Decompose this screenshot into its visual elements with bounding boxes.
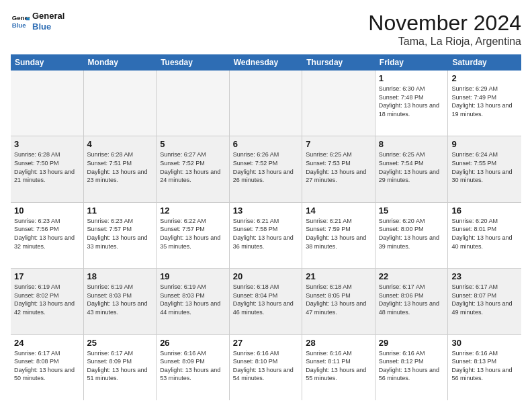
calendar-cell: 13Sunrise: 6:21 AMSunset: 7:58 PMDayligh… <box>230 203 303 268</box>
day-number: 27 <box>233 338 299 348</box>
weekday-header: Wednesday <box>230 54 303 71</box>
calendar-cell: 28Sunrise: 6:16 AMSunset: 8:11 PMDayligh… <box>302 335 375 400</box>
day-number: 29 <box>379 338 445 348</box>
month-title: November 2024 <box>368 11 521 36</box>
calendar-cell: 21Sunrise: 6:18 AMSunset: 8:05 PMDayligh… <box>302 269 375 334</box>
title-block: November 2024 Tama, La Rioja, Argentina <box>368 11 521 48</box>
day-info: Sunrise: 6:28 AMSunset: 7:50 PMDaylight:… <box>14 150 80 184</box>
day-info: Sunrise: 6:28 AMSunset: 7:51 PMDaylight:… <box>87 150 153 184</box>
calendar-row: 10Sunrise: 6:23 AMSunset: 7:56 PMDayligh… <box>11 203 521 269</box>
calendar-cell: 22Sunrise: 6:17 AMSunset: 8:06 PMDayligh… <box>375 269 449 334</box>
day-info: Sunrise: 6:21 AMSunset: 7:59 PMDaylight:… <box>306 217 371 250</box>
day-info: Sunrise: 6:19 AMSunset: 8:03 PMDaylight:… <box>87 283 153 316</box>
calendar-cell: 5Sunrise: 6:27 AMSunset: 7:52 PMDaylight… <box>157 136 230 201</box>
calendar-cell: 9Sunrise: 6:24 AMSunset: 7:55 PMDaylight… <box>448 136 521 201</box>
calendar-cell: 16Sunrise: 6:20 AMSunset: 8:01 PMDayligh… <box>448 203 521 268</box>
day-info: Sunrise: 6:24 AMSunset: 7:55 PMDaylight:… <box>451 150 518 184</box>
day-number: 17 <box>14 271 80 281</box>
day-info: Sunrise: 6:18 AMSunset: 8:05 PMDaylight:… <box>306 283 371 316</box>
day-info: Sunrise: 6:19 AMSunset: 8:03 PMDaylight:… <box>160 283 226 316</box>
calendar-cell: 18Sunrise: 6:19 AMSunset: 8:03 PMDayligh… <box>84 269 157 334</box>
calendar-cell: 4Sunrise: 6:28 AMSunset: 7:51 PMDaylight… <box>84 136 157 201</box>
calendar-cell: 24Sunrise: 6:17 AMSunset: 8:08 PMDayligh… <box>11 335 84 400</box>
day-number: 13 <box>233 205 299 216</box>
calendar: SundayMondayTuesdayWednesdayThursdayFrid… <box>11 54 521 400</box>
day-info: Sunrise: 6:18 AMSunset: 8:04 PMDaylight:… <box>233 283 299 316</box>
calendar-body: 1Sunrise: 6:30 AMSunset: 7:48 PMDaylight… <box>11 71 521 400</box>
day-number: 1 <box>379 73 445 83</box>
day-number: 3 <box>14 139 80 149</box>
calendar-cell: 15Sunrise: 6:20 AMSunset: 8:00 PMDayligh… <box>375 203 449 268</box>
day-info: Sunrise: 6:16 AMSunset: 8:11 PMDaylight:… <box>306 349 371 383</box>
day-info: Sunrise: 6:25 AMSunset: 7:53 PMDaylight:… <box>306 150 371 184</box>
day-number: 16 <box>451 205 518 216</box>
calendar-row: 3Sunrise: 6:28 AMSunset: 7:50 PMDaylight… <box>11 136 521 202</box>
day-info: Sunrise: 6:16 AMSunset: 8:09 PMDaylight:… <box>160 349 226 383</box>
day-number: 6 <box>233 139 299 149</box>
day-info: Sunrise: 6:17 AMSunset: 8:06 PMDaylight:… <box>379 283 445 316</box>
calendar-row: 17Sunrise: 6:19 AMSunset: 8:02 PMDayligh… <box>11 269 521 334</box>
day-info: Sunrise: 6:29 AMSunset: 7:49 PMDaylight:… <box>451 85 518 118</box>
calendar-cell: 8Sunrise: 6:25 AMSunset: 7:54 PMDaylight… <box>375 136 449 201</box>
day-info: Sunrise: 6:16 AMSunset: 8:10 PMDaylight:… <box>233 349 299 383</box>
day-info: Sunrise: 6:19 AMSunset: 8:02 PMDaylight:… <box>14 283 80 316</box>
weekday-header: Thursday <box>302 54 375 71</box>
logo-line1: General <box>32 11 64 21</box>
calendar-cell: 30Sunrise: 6:16 AMSunset: 8:13 PMDayligh… <box>448 335 521 400</box>
calendar-cell: 6Sunrise: 6:26 AMSunset: 7:52 PMDaylight… <box>230 136 303 201</box>
calendar-cell: 29Sunrise: 6:16 AMSunset: 8:12 PMDayligh… <box>375 335 449 400</box>
calendar-row: 24Sunrise: 6:17 AMSunset: 8:08 PMDayligh… <box>11 335 521 400</box>
day-number: 25 <box>87 338 153 348</box>
day-number: 24 <box>14 338 80 348</box>
calendar-cell <box>84 71 157 136</box>
calendar-cell: 19Sunrise: 6:19 AMSunset: 8:03 PMDayligh… <box>157 269 230 334</box>
calendar-cell: 11Sunrise: 6:23 AMSunset: 7:57 PMDayligh… <box>84 203 157 268</box>
logo-line2: Blue <box>32 21 64 32</box>
calendar-cell <box>11 71 84 136</box>
day-info: Sunrise: 6:20 AMSunset: 8:01 PMDaylight:… <box>451 217 518 250</box>
day-info: Sunrise: 6:21 AMSunset: 7:58 PMDaylight:… <box>233 217 299 250</box>
calendar-cell: 17Sunrise: 6:19 AMSunset: 8:02 PMDayligh… <box>11 269 84 334</box>
page: General Blue General Blue November 2024 … <box>0 0 532 411</box>
weekday-header: Monday <box>84 54 157 71</box>
calendar-cell: 3Sunrise: 6:28 AMSunset: 7:50 PMDaylight… <box>11 136 84 201</box>
day-info: Sunrise: 6:30 AMSunset: 7:48 PMDaylight:… <box>379 85 445 118</box>
day-info: Sunrise: 6:23 AMSunset: 7:56 PMDaylight:… <box>14 217 80 250</box>
day-info: Sunrise: 6:17 AMSunset: 8:08 PMDaylight:… <box>14 349 80 383</box>
logo-icon: General Blue <box>11 12 30 31</box>
day-info: Sunrise: 6:26 AMSunset: 7:52 PMDaylight:… <box>233 150 299 184</box>
calendar-header: SundayMondayTuesdayWednesdayThursdayFrid… <box>11 54 521 71</box>
day-number: 22 <box>379 271 445 281</box>
day-info: Sunrise: 6:16 AMSunset: 8:12 PMDaylight:… <box>379 349 445 383</box>
day-number: 2 <box>451 73 518 83</box>
location: Tama, La Rioja, Argentina <box>368 36 521 48</box>
day-number: 7 <box>306 139 371 149</box>
day-number: 12 <box>160 205 226 216</box>
logo: General Blue General Blue <box>11 11 64 32</box>
day-number: 28 <box>306 338 371 348</box>
calendar-cell: 7Sunrise: 6:25 AMSunset: 7:53 PMDaylight… <box>302 136 375 201</box>
day-info: Sunrise: 6:23 AMSunset: 7:57 PMDaylight:… <box>87 217 153 250</box>
calendar-cell <box>302 71 375 136</box>
day-info: Sunrise: 6:16 AMSunset: 8:13 PMDaylight:… <box>451 349 518 383</box>
day-number: 8 <box>379 139 445 149</box>
day-number: 30 <box>451 338 518 348</box>
day-number: 20 <box>233 271 299 281</box>
calendar-cell: 12Sunrise: 6:22 AMSunset: 7:57 PMDayligh… <box>157 203 230 268</box>
calendar-cell: 23Sunrise: 6:17 AMSunset: 8:07 PMDayligh… <box>448 269 521 334</box>
calendar-cell <box>230 71 303 136</box>
day-number: 4 <box>87 139 153 149</box>
weekday-header: Friday <box>375 54 449 71</box>
day-number: 19 <box>160 271 226 281</box>
day-number: 14 <box>306 205 371 216</box>
calendar-cell: 20Sunrise: 6:18 AMSunset: 8:04 PMDayligh… <box>230 269 303 334</box>
calendar-cell: 10Sunrise: 6:23 AMSunset: 7:56 PMDayligh… <box>11 203 84 268</box>
calendar-cell <box>157 71 230 136</box>
day-info: Sunrise: 6:20 AMSunset: 8:00 PMDaylight:… <box>379 217 445 250</box>
calendar-row: 1Sunrise: 6:30 AMSunset: 7:48 PMDaylight… <box>11 71 521 136</box>
header: General Blue General Blue November 2024 … <box>11 11 521 48</box>
weekday-header: Saturday <box>448 54 521 71</box>
calendar-cell: 26Sunrise: 6:16 AMSunset: 8:09 PMDayligh… <box>157 335 230 400</box>
day-number: 10 <box>14 205 80 216</box>
day-number: 21 <box>306 271 371 281</box>
